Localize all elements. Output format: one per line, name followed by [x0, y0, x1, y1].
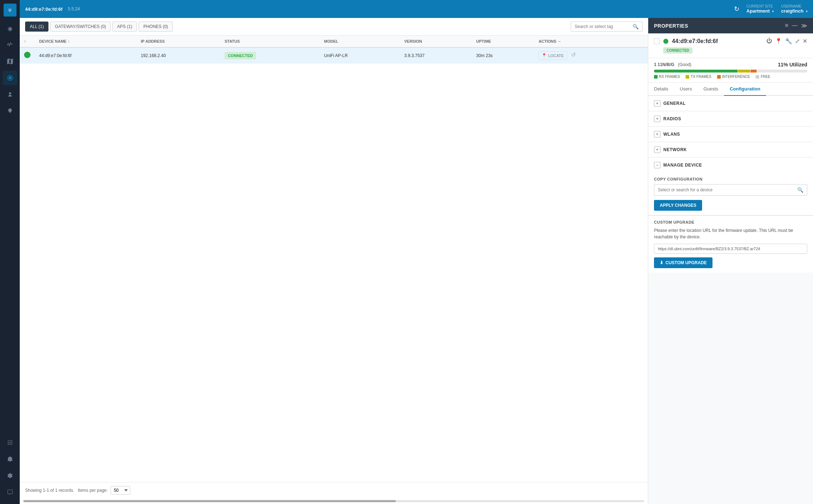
- device-actions: ⏻ 📍 🔧 ⤢ ✕: [766, 38, 807, 45]
- wlans-section-header[interactable]: + WLANS: [648, 127, 813, 142]
- apply-changes-button[interactable]: APPLY CHANGES: [654, 200, 702, 211]
- scrollbar-thumb[interactable]: [23, 500, 396, 502]
- tag-search-container[interactable]: 🔍: [571, 22, 643, 32]
- tx-segment: [738, 70, 750, 73]
- minimize-icon[interactable]: —: [792, 22, 798, 29]
- col-device-name[interactable]: DEVICE NAME: [35, 36, 136, 47]
- map-pin-icon: 📍: [542, 53, 547, 58]
- app-container: U ◉ 44: [0, 0, 813, 504]
- sidebar-item-help[interactable]: [3, 485, 17, 499]
- items-per-page: Items per page: 50 10 25 100: [78, 486, 130, 495]
- restart-icon[interactable]: ↺: [571, 52, 576, 58]
- col-version[interactable]: VERSION: [400, 36, 472, 47]
- tx-label: TX FRAMES: [691, 75, 711, 79]
- close-icon[interactable]: ✕: [803, 38, 807, 45]
- topbar-version: 5.5.24: [68, 6, 80, 11]
- filter-tab-all[interactable]: ALL (1): [25, 22, 48, 32]
- device-search-container[interactable]: 🔍: [654, 184, 807, 196]
- sidebar-item-users[interactable]: [3, 87, 17, 102]
- col-sort[interactable]: ↑: [20, 36, 35, 47]
- device-checkbox[interactable]: [654, 38, 660, 44]
- sidebar-item-settings[interactable]: [3, 468, 17, 483]
- free-label: FREE: [761, 75, 770, 79]
- current-site-name: Apartment: [747, 8, 770, 14]
- user-group: USERNAME craigfinch ▾: [781, 4, 808, 14]
- records-count: Showing 1-1 of 1 records.: [25, 488, 74, 493]
- col-status[interactable]: STATUS: [220, 36, 320, 47]
- free-segment: [757, 70, 807, 73]
- sidebar-item-devices[interactable]: [3, 71, 17, 85]
- legend-interference: INTERFERENCE: [717, 75, 750, 79]
- sidebar-item-stats[interactable]: ◉: [3, 21, 17, 36]
- general-section-header[interactable]: + GENERAL: [648, 96, 813, 111]
- download-icon: ⬇: [660, 260, 663, 265]
- channel-quality: (Good): [678, 62, 691, 67]
- tab-guests[interactable]: Guests: [698, 83, 724, 96]
- username-name: craigfinch: [781, 8, 803, 14]
- topbar-device-id: 44:d9:e7:0e:fd:6f: [25, 6, 62, 12]
- col-actions[interactable]: ACTIONS ↔: [534, 36, 648, 47]
- tab-users[interactable]: Users: [674, 83, 698, 96]
- tag-search-input[interactable]: [575, 24, 632, 29]
- filter-tab-aps[interactable]: APS (1): [112, 22, 137, 32]
- collapse-icon[interactable]: ≫: [801, 22, 807, 29]
- current-site-chevron: ▾: [772, 9, 774, 13]
- properties-header: PROPERTIES ≡ — ≫: [648, 18, 813, 33]
- custom-upgrade-button[interactable]: ⬇ CUSTOM UPGRADE: [654, 257, 712, 268]
- col-uptime[interactable]: UPTIME: [472, 36, 534, 47]
- svg-point-0: [9, 76, 11, 79]
- sidebar-item-insights[interactable]: [3, 104, 17, 118]
- tx-dot: [686, 75, 689, 79]
- pin-icon[interactable]: 📍: [775, 38, 782, 45]
- general-section-title: GENERAL: [663, 101, 686, 106]
- current-site-value[interactable]: Apartment ▾: [747, 8, 774, 14]
- table-row[interactable]: 44:d9:e7:0e:fd:6f 192.168.2.40 CONNECTED…: [20, 47, 648, 64]
- utilization-bar: [654, 70, 807, 73]
- username-value[interactable]: craigfinch ▾: [781, 8, 808, 14]
- channel-row: 1 11N/B/G (Good) 11% Utilized: [654, 62, 807, 67]
- wrench-icon[interactable]: 🔧: [785, 38, 792, 45]
- items-per-page-label: Items per page:: [78, 488, 108, 493]
- interference-label: INTERFERENCE: [722, 75, 750, 79]
- locate-button[interactable]: 📍 LOCATE: [538, 51, 567, 60]
- device-status-dot: [663, 39, 668, 44]
- manage-device-header[interactable]: − MANAGE DEVICE: [648, 158, 813, 173]
- col-model[interactable]: MODEL: [320, 36, 400, 47]
- row-ip: 192.168.2.40: [136, 47, 220, 64]
- items-per-page-select[interactable]: 50 10 25 100: [111, 486, 130, 495]
- col-ip-address[interactable]: IP ADDRESS: [136, 36, 220, 47]
- power-icon[interactable]: ⏻: [766, 38, 772, 45]
- radios-section-header[interactable]: + RADIOS: [648, 111, 813, 126]
- search-icon: 🔍: [632, 24, 639, 29]
- network-section-header[interactable]: + NETWORK: [648, 142, 813, 157]
- refresh-button[interactable]: ↻: [734, 5, 739, 13]
- app-logo: U: [4, 4, 17, 17]
- horizontal-scrollbar[interactable]: [23, 500, 644, 502]
- sidebar-item-map[interactable]: [3, 54, 17, 69]
- sidebar-item-alerts[interactable]: [3, 452, 17, 466]
- radios-section-title: RADIOS: [663, 116, 681, 121]
- interference-dot: [717, 75, 721, 79]
- upgrade-btn-label: CUSTOM UPGRADE: [665, 260, 707, 265]
- device-header-row: 44:d9:e7:0e:fd:6f ⏻ 📍 🔧 ⤢ ✕: [654, 38, 807, 45]
- sidebar-item-activity[interactable]: [3, 38, 17, 52]
- main-content: 44:d9:e7:0e:fd:6f 5.5.24 ↻ CURRENT SITE …: [20, 0, 813, 504]
- wlans-section: + WLANS: [648, 127, 813, 142]
- sidebar-item-tasks[interactable]: [3, 435, 17, 450]
- expand-icon[interactable]: ⤢: [795, 38, 800, 45]
- device-search-input[interactable]: [658, 187, 797, 192]
- filter-tab-phones[interactable]: PHONES (0): [139, 22, 173, 32]
- general-section: + GENERAL: [648, 96, 813, 111]
- filter-tab-gateway[interactable]: GATEWAY/SWITCHES (0): [50, 22, 111, 32]
- device-header: 44:d9:e7:0e:fd:6f ⏻ 📍 🔧 ⤢ ✕ CONNECTED: [648, 33, 813, 58]
- username-chevron: ▾: [806, 9, 808, 13]
- upgrade-url[interactable]: https://dl.ubnt.com/unifi/firmware/BZ2/3…: [654, 244, 807, 254]
- status-indicator: [24, 52, 31, 58]
- network-section-title: NETWORK: [663, 147, 687, 152]
- tab-details[interactable]: Details: [648, 83, 674, 96]
- legend-tx: TX FRAMES: [686, 75, 711, 79]
- row-uptime: 30m 23s: [472, 47, 534, 64]
- properties-tabs: Details Users Guests Configuration: [648, 83, 813, 96]
- tab-configuration[interactable]: Configuration: [724, 83, 766, 96]
- grid-icon[interactable]: ≡: [785, 22, 788, 29]
